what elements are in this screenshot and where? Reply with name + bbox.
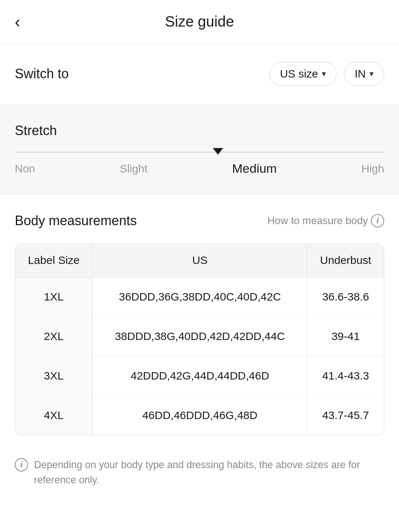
cell-underbust: 41.4-43.3 <box>307 356 384 396</box>
size-table: Label Size US Underbust 1XL 36DDD,36G,38… <box>15 243 384 435</box>
info-icon: i <box>15 458 28 471</box>
switch-label: Switch to <box>15 66 69 82</box>
switch-section: Switch to US size ▾ IN ▾ <box>0 44 399 104</box>
stretch-track <box>15 152 384 152</box>
us-size-label: US size <box>280 68 318 80</box>
cell-label-size: 1XL <box>15 277 93 317</box>
cell-us: 46DD,46DDD,46G,48D <box>93 396 307 435</box>
table-row: 1XL 36DDD,36G,38DD,40C,40D,42C 36.6-38.6 <box>15 277 384 317</box>
chevron-down-icon: ▾ <box>369 69 374 79</box>
switch-controls: US size ▾ IN ▾ <box>269 62 384 86</box>
measurements-section: Body measurements How to measure body i … <box>0 195 399 446</box>
how-to-measure-link[interactable]: How to measure body i <box>267 214 384 227</box>
info-icon: i <box>371 214 384 227</box>
stretch-section: Stretch Non Slight Medium High <box>0 104 399 195</box>
table-row: 3XL 42DDD,42G,44D,44DD,46D 41.4-43.3 <box>15 356 384 396</box>
cell-label-size: 4XL <box>15 396 93 435</box>
cell-us: 42DDD,42G,44D,44DD,46D <box>93 356 307 396</box>
col-header-us: US <box>93 244 307 277</box>
cell-underbust: 39-41 <box>307 317 384 356</box>
stretch-label-high: High <box>361 162 384 175</box>
cell-us: 38DDD,38G,40DD,42D,42DD,44C <box>93 317 307 356</box>
disclaimer: i Depending on your body type and dressi… <box>0 446 399 509</box>
page-title: Size guide <box>165 13 234 30</box>
table-row: 4XL 46DD,46DDD,46G,48D 43.7-45.7 <box>15 396 384 435</box>
unit-label: IN <box>355 68 366 80</box>
chevron-down-icon: ▾ <box>322 69 326 79</box>
measurements-title: Body measurements <box>15 213 137 229</box>
stretch-slider[interactable] <box>15 152 384 152</box>
disclaimer-text: Depending on your body type and dressing… <box>34 457 384 487</box>
stretch-labels: Non Slight Medium High <box>15 161 384 176</box>
stretch-label-non: Non <box>15 162 35 175</box>
measurements-header: Body measurements How to measure body i <box>15 213 384 229</box>
col-header-underbust: Underbust <box>307 244 384 277</box>
cell-label-size: 3XL <box>15 356 93 396</box>
cell-us: 36DDD,36G,38DD,40C,40D,42C <box>93 277 307 317</box>
stretch-label-medium: Medium <box>232 161 277 176</box>
table-header-row: Label Size US Underbust <box>15 244 384 277</box>
stretch-label-slight: Slight <box>120 162 147 175</box>
stretch-thumb-icon <box>213 148 223 155</box>
how-to-measure-text: How to measure body <box>267 215 368 227</box>
table-row: 2XL 38DDD,38G,40DD,42D,42DD,44C 39-41 <box>15 317 384 356</box>
cell-underbust: 36.6-38.6 <box>307 277 384 317</box>
back-button[interactable]: ‹ <box>15 14 20 30</box>
stretch-title: Stretch <box>15 123 384 138</box>
header: ‹ Size guide <box>0 0 399 44</box>
us-size-dropdown[interactable]: US size ▾ <box>269 62 337 86</box>
cell-label-size: 2XL <box>15 317 93 356</box>
col-header-label-size: Label Size <box>15 244 93 277</box>
cell-underbust: 43.7-45.7 <box>307 396 384 435</box>
unit-dropdown[interactable]: IN ▾ <box>344 62 384 86</box>
